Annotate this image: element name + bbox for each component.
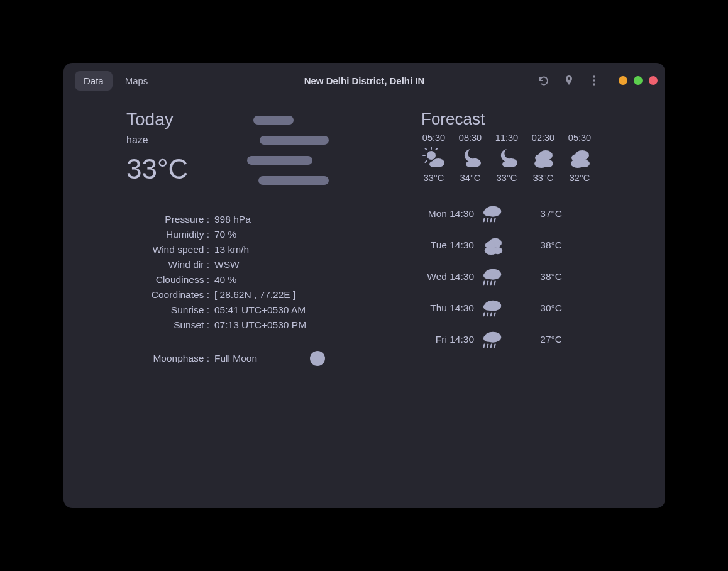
titlebar-actions bbox=[538, 75, 658, 86]
hourly-time: 11:30 bbox=[495, 133, 518, 143]
daily-temp: 38°C bbox=[512, 271, 562, 282]
today-title: Today bbox=[126, 109, 188, 130]
hourly-time: 02:30 bbox=[532, 133, 554, 143]
windspeed-label: Wind speed : bbox=[126, 244, 209, 255]
winddir-label: Wind dir : bbox=[126, 259, 209, 270]
hourly-time: 08:30 bbox=[459, 133, 482, 143]
tab-data[interactable]: Data bbox=[75, 71, 113, 91]
daily-temp: 27°C bbox=[512, 334, 562, 345]
hourly-temp: 33°C bbox=[533, 173, 553, 183]
hourly-temp: 32°C bbox=[570, 173, 590, 183]
daily-day: Mon 14:30 bbox=[421, 208, 474, 219]
hourly-time: 05:30 bbox=[568, 133, 591, 143]
tab-switcher: Data Maps bbox=[75, 71, 157, 91]
pressure-value: 998 hPa bbox=[214, 214, 333, 225]
content-area: Today haze 33°C Pressure : 998 hPa Humid… bbox=[63, 98, 665, 508]
daily-day: Wed 14:30 bbox=[421, 271, 474, 282]
hourly-temp: 33°C bbox=[424, 173, 444, 183]
clouds-icon bbox=[568, 147, 591, 169]
hourly-time: 05:30 bbox=[422, 133, 445, 143]
today-condition: haze bbox=[126, 135, 188, 146]
coords-label: Coordinates : bbox=[126, 289, 209, 301]
rain-icon bbox=[474, 266, 512, 287]
weather-window: Data Maps New Delhi District, Delhi IN bbox=[63, 63, 665, 508]
daily-day: Tue 14:30 bbox=[421, 240, 474, 251]
hourly-temp: 33°C bbox=[497, 173, 517, 183]
tab-maps[interactable]: Maps bbox=[116, 71, 157, 91]
hourly-forecast: 05:30 33°C 08:30 34°C 11:30 33°C 02:30 bbox=[421, 133, 627, 183]
full-moon-icon bbox=[310, 351, 325, 366]
titlebar: Data Maps New Delhi District, Delhi IN bbox=[63, 63, 665, 98]
moonphase-row: Moonphase : Full Moon bbox=[126, 351, 333, 366]
today-details: Pressure : 998 hPa Humidity : 70 % Wind … bbox=[126, 214, 333, 331]
moon-cloud-icon bbox=[495, 147, 518, 169]
moonphase-value: Full Moon bbox=[214, 353, 257, 364]
winddir-value: WSW bbox=[214, 259, 333, 270]
forecast-title: Forecast bbox=[421, 109, 627, 129]
daily-item: Mon 14:30 37°C bbox=[421, 203, 627, 225]
forecast-pane: Forecast 05:30 33°C 08:30 34°C 11:30 33°… bbox=[358, 98, 665, 508]
moon-cloud-icon bbox=[459, 147, 482, 169]
humidity-value: 70 % bbox=[214, 229, 333, 240]
windspeed-value: 13 km/h bbox=[214, 244, 333, 255]
refresh-icon[interactable] bbox=[538, 75, 549, 86]
coords-value: [ 28.62N , 77.22E ] bbox=[214, 289, 333, 301]
sunrise-value: 05:41 UTC+0530 AM bbox=[214, 304, 333, 316]
daily-day: Thu 14:30 bbox=[421, 302, 474, 314]
sunrise-label: Sunrise : bbox=[126, 304, 209, 316]
cloudiness-label: Cloudiness : bbox=[126, 274, 209, 286]
daily-item: Thu 14:30 30°C bbox=[421, 297, 627, 319]
window-controls bbox=[619, 76, 658, 85]
daily-temp: 30°C bbox=[512, 302, 562, 314]
hourly-item: 11:30 33°C bbox=[494, 133, 519, 183]
moonphase-label: Moonphase : bbox=[126, 353, 209, 364]
window-close[interactable] bbox=[649, 76, 658, 85]
window-minimize[interactable] bbox=[619, 76, 627, 85]
daily-temp: 38°C bbox=[512, 240, 562, 251]
sun-cloud-icon bbox=[422, 147, 445, 169]
today-pane: Today haze 33°C Pressure : 998 hPa Humid… bbox=[63, 98, 358, 508]
window-maximize[interactable] bbox=[634, 76, 643, 85]
humidity-label: Humidity : bbox=[126, 229, 209, 240]
hourly-item: 02:30 33°C bbox=[531, 133, 556, 183]
sunset-value: 07:13 UTC+0530 PM bbox=[214, 319, 333, 331]
daily-forecast: Mon 14:30 37°C Tue 14:30 38°C Wed 14:30 … bbox=[421, 203, 627, 350]
clouds-icon bbox=[474, 235, 512, 256]
hourly-item: 08:30 34°C bbox=[458, 133, 483, 183]
pressure-label: Pressure : bbox=[126, 214, 209, 225]
daily-temp: 37°C bbox=[512, 208, 562, 219]
hourly-item: 05:30 32°C bbox=[567, 133, 592, 183]
daily-item: Fri 14:30 27°C bbox=[421, 329, 627, 350]
rain-icon bbox=[474, 297, 512, 319]
menu-icon[interactable] bbox=[588, 75, 600, 86]
rain-icon bbox=[474, 329, 512, 350]
hourly-item: 05:30 33°C bbox=[421, 133, 446, 183]
location-pin-icon[interactable] bbox=[563, 75, 575, 86]
daily-day: Fri 14:30 bbox=[421, 334, 474, 345]
daily-item: Wed 14:30 38°C bbox=[421, 266, 627, 287]
hourly-temp: 34°C bbox=[460, 173, 480, 183]
today-temperature: 33°C bbox=[126, 153, 188, 185]
sunset-label: Sunset : bbox=[126, 319, 209, 331]
location-title: New Delhi District, Delhi IN bbox=[304, 75, 425, 86]
daily-item: Tue 14:30 38°C bbox=[421, 235, 627, 256]
clouds-icon bbox=[532, 147, 554, 169]
haze-icon bbox=[251, 113, 333, 182]
rain-icon bbox=[474, 203, 512, 225]
cloudiness-value: 40 % bbox=[214, 274, 333, 286]
